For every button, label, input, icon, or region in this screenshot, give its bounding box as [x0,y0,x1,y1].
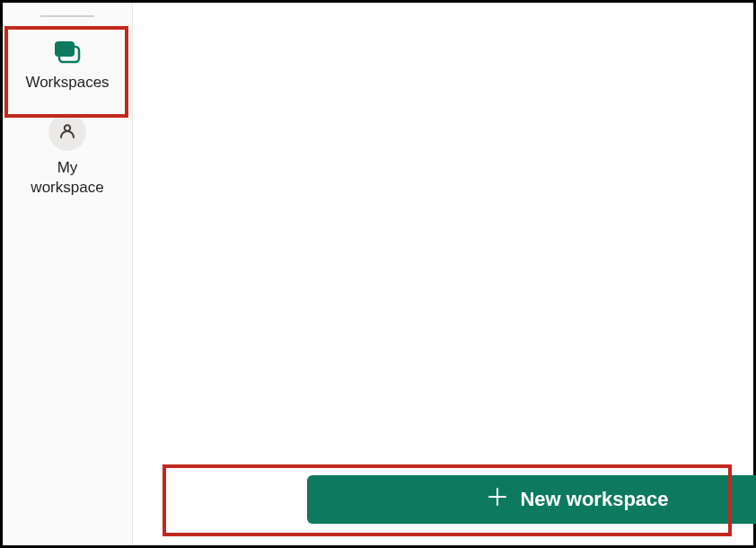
person-icon [48,113,86,151]
svg-rect-1 [55,41,75,57]
new-workspace-button[interactable]: New workspace [307,475,756,524]
plus-icon [488,487,507,512]
sidebar-divider [40,15,94,17]
svg-point-2 [65,126,70,131]
nav-my-workspace-label: My workspace [31,158,103,197]
app-frame: Workspaces My workspace New workspace [0,0,756,548]
main-content: New workspace [133,3,753,545]
nav-workspaces-label: Workspaces [25,73,109,92]
workspaces-icon [51,39,84,66]
nav-workspaces[interactable]: Workspaces [3,30,132,104]
new-workspace-label: New workspace [520,488,668,511]
sidebar: Workspaces My workspace [3,3,133,545]
nav-my-workspace[interactable]: My workspace [3,104,132,209]
